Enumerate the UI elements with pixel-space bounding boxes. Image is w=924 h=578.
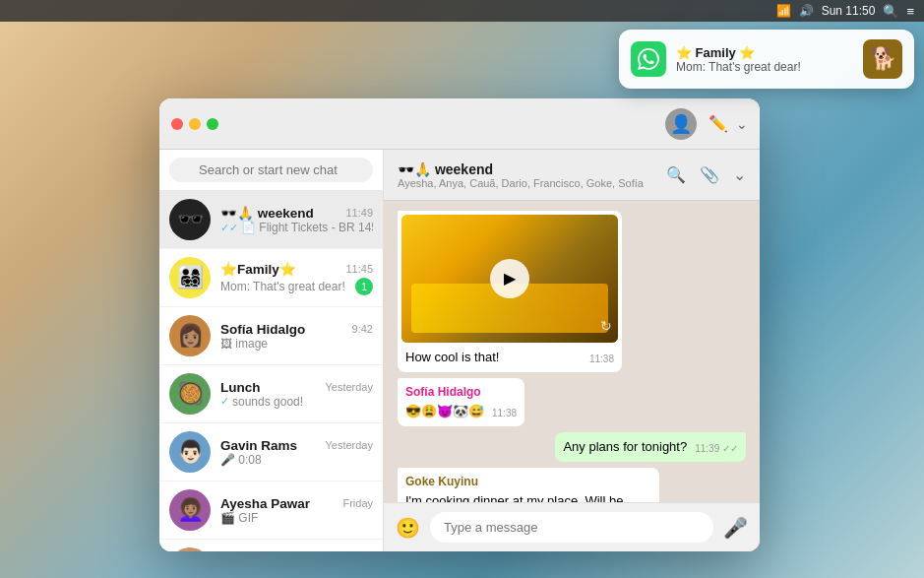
message-time-sofia: 11:38 [492, 407, 517, 420]
chat-info-gavin: Gavin Rams Yesterday 🎤 0:08 [220, 438, 373, 467]
message-goke: Goke Kuyinu I'm cooking dinner at my pla… [398, 468, 659, 502]
message-input[interactable] [430, 512, 713, 543]
chat-header: 🕶️🙏 weekend Ayesha, Anya, Cauã, Dario, F… [384, 150, 760, 201]
notification-banner[interactable]: ⭐ Family ⭐ Mom: That's great dear! 🐕 [619, 30, 914, 89]
search-input[interactable] [169, 158, 373, 182]
chat-time-gavin: Yesterday [325, 439, 373, 451]
chat-name-ayesha: Ayesha Pawar [220, 496, 310, 511]
chat-avatar-family: 👨‍👩‍👧‍👦 [169, 257, 211, 298]
close-button[interactable] [171, 118, 183, 130]
chat-avatar-weekend: 🕶️ [169, 199, 211, 240]
message-sender-goke: Goke Kuyinu [405, 474, 651, 490]
chat-item-weekend[interactable]: 🕶️ 🕶️🙏 weekend 11:49 ✓✓ 📄 Flight Tickets… [159, 191, 383, 249]
message-input-bar: 🙂 🎤 [384, 502, 760, 551]
messages-area: ▶ ↻ How cool is that! 11:38 Sofía Hidalg… [384, 201, 760, 502]
chat-avatar-ayesha: 👩🏽‍🦱 [169, 489, 211, 531]
chat-time-ayesha: Friday [342, 497, 373, 509]
search-menubar-icon[interactable]: 🔍 [883, 4, 898, 19]
chat-info-family: ⭐Family⭐ 11:45 Mom: That's great dear! 1 [220, 261, 373, 295]
message-sofia-emoji: Sofía Hidalgo 😎😩😈🐼😅 11:38 [398, 378, 524, 426]
menubar: 📶 🔊 Sun 11:50 🔍 ≡ [0, 0, 924, 22]
chat-time-sofia: 9:42 [352, 323, 373, 335]
chat-item-brother[interactable]: 👨🏽 Brother Friday 😏 [159, 540, 383, 551]
chat-item-lunch[interactable]: 🥘 Lunch Yesterday ✓ sounds good! [159, 365, 383, 423]
chat-name-family: ⭐Family⭐ [220, 261, 296, 277]
message-video: ▶ ↻ How cool is that! 11:38 [398, 211, 622, 372]
chat-preview-ayesha: 🎬 GIF [220, 511, 373, 525]
chat-avatar-lunch: 🥘 [169, 373, 211, 415]
chat-preview-weekend: ✓✓ 📄 Flight Tickets - BR 145.pdf [220, 221, 373, 234]
titlebar: 👤 ✏️ ⌄ [159, 98, 760, 150]
chat-header-info: 🕶️🙏 weekend Ayesha, Anya, Cauã, Dario, F… [398, 161, 656, 189]
wifi-icon: 📶 [776, 4, 791, 18]
user-avatar: 👤 [665, 108, 697, 140]
message-body-sofia: 😎😩😈🐼😅 [405, 404, 484, 418]
message-sender-sofia: Sofía Hidalgo [405, 384, 517, 401]
notification-avatar: 🐕 [863, 39, 902, 79]
sidebar: 🔍 🕶️ 🕶️🙏 weekend 11:49 ✓✓ [159, 150, 384, 551]
chat-panel: 🕶️🙏 weekend Ayesha, Anya, Cauã, Dario, F… [384, 150, 760, 551]
more-options-icon[interactable]: ⌄ [733, 165, 746, 184]
notification-app-icon [631, 41, 666, 77]
chat-time-weekend: 11:49 [345, 207, 373, 219]
chat-item-family[interactable]: 👨‍👩‍👧‍👦 ⭐Family⭐ 11:45 Mom: That's great… [159, 249, 383, 307]
chat-name-weekend: 🕶️🙏 weekend [220, 205, 314, 221]
traffic-lights [171, 118, 218, 130]
chat-item-sofia[interactable]: 👩🏽 Sofía Hidalgo 9:42 🖼 image [159, 307, 383, 365]
chat-header-actions: 🔍 📎 ⌄ [666, 165, 746, 184]
chat-name-gavin: Gavin Rams [220, 438, 297, 453]
chat-preview-gavin: 🎤 0:08 [220, 453, 373, 467]
chat-item-ayesha[interactable]: 👩🏽‍🦱 Ayesha Pawar Friday 🎬 GIF [159, 482, 383, 540]
minimize-button[interactable] [189, 118, 201, 130]
chat-avatar-gavin: 👨🏻 [169, 431, 211, 473]
play-button[interactable]: ▶ [490, 259, 529, 298]
chevron-down-icon[interactable]: ⌄ [736, 116, 748, 132]
message-time-plans: 11:39 ✓✓ [695, 442, 738, 456]
chat-name-lunch: Lunch [220, 380, 261, 395]
chat-time-lunch: Yesterday [325, 381, 373, 393]
chat-item-gavin[interactable]: 👨🏻 Gavin Rams Yesterday 🎤 0:08 [159, 423, 383, 482]
chat-info-sofia: Sofía Hidalgo 9:42 🖼 image [220, 322, 373, 351]
message-body-plans: Any plans for tonight? [563, 439, 687, 454]
chat-preview-family: Mom: That's great dear! [220, 280, 345, 293]
chat-header-name: 🕶️🙏 weekend [398, 161, 656, 177]
chat-name-sofia: Sofía Hidalgo [220, 322, 305, 337]
forward-icon: ↻ [600, 317, 612, 337]
search-chat-icon[interactable]: 🔍 [666, 165, 686, 184]
chat-info-ayesha: Ayesha Pawar Friday 🎬 GIF [220, 496, 373, 525]
volume-icon: 🔊 [799, 4, 814, 18]
menu-icon[interactable]: ≡ [906, 4, 914, 19]
video-caption: How cool is that! [405, 350, 499, 364]
chat-avatar-brother: 👨🏽 [169, 547, 211, 551]
compose-icon[interactable]: ✏️ [708, 114, 728, 133]
chat-preview-sofia: 🖼 image [220, 337, 373, 351]
notification-content: ⭐ Family ⭐ Mom: That's great dear! [676, 45, 853, 74]
emoji-button[interactable]: 🙂 [396, 516, 420, 540]
maximize-button[interactable] [207, 118, 218, 130]
chat-avatar-sofia: 👩🏽 [169, 315, 211, 356]
titlebar-actions: ✏️ ⌄ [708, 114, 748, 133]
notification-title: ⭐ Family ⭐ [676, 45, 853, 60]
chat-info-weekend: 🕶️🙏 weekend 11:49 ✓✓ 📄 Flight Tickets - … [220, 205, 373, 234]
menubar-time: Sun 11:50 [822, 4, 876, 18]
attach-icon[interactable]: 📎 [700, 165, 719, 184]
notification-body: Mom: That's great dear! [676, 60, 853, 74]
microphone-button[interactable]: 🎤 [723, 516, 748, 540]
chat-list: 🕶️ 🕶️🙏 weekend 11:49 ✓✓ 📄 Flight Tickets… [159, 191, 383, 551]
chat-time-family: 11:45 [345, 263, 373, 275]
message-body-goke: I'm cooking dinner at my place. Will be … [405, 493, 623, 502]
chat-info-lunch: Lunch Yesterday ✓ sounds good! [220, 380, 373, 409]
whatsapp-window: 👤 ✏️ ⌄ 🔍 🕶️ [159, 98, 760, 551]
unread-badge-family: 1 [355, 278, 373, 295]
main-content: 🔍 🕶️ 🕶️🙏 weekend 11:49 ✓✓ [159, 150, 760, 551]
video-thumbnail: ▶ ↻ [401, 215, 618, 343]
chat-header-members: Ayesha, Anya, Cauã, Dario, Francisco, Go… [398, 177, 656, 189]
chat-preview-lunch: ✓ sounds good! [220, 395, 373, 409]
search-bar: 🔍 [159, 150, 383, 191]
message-plans: Any plans for tonight? 11:39 ✓✓ [555, 432, 746, 462]
video-time: 11:38 [589, 353, 614, 366]
